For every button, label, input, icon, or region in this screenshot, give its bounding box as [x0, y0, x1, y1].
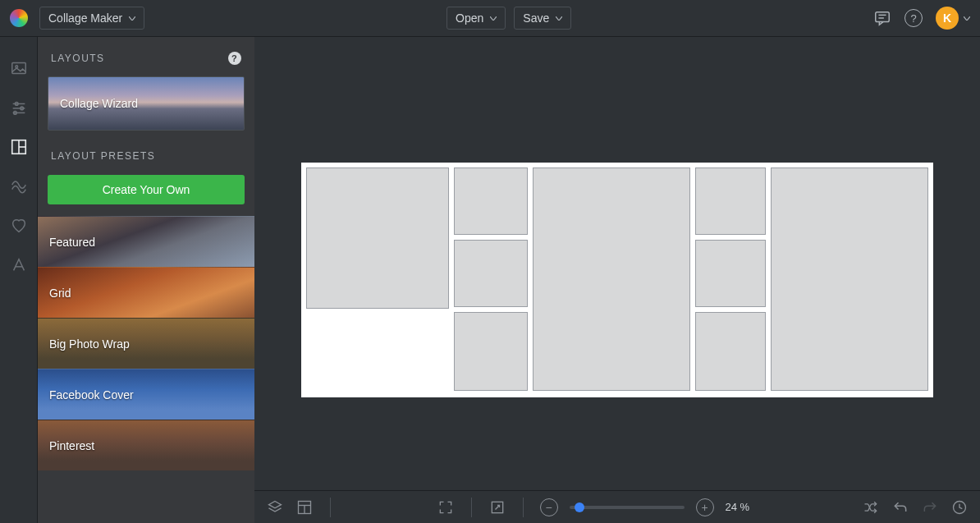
separator [523, 498, 524, 517]
preset-label: Big Photo Wrap [49, 337, 130, 351]
topbar-center: Open Save [446, 7, 571, 30]
tool-layouts[interactable] [9, 137, 29, 157]
preset-wrap[interactable]: Big Photo Wrap [38, 318, 254, 369]
comments-icon[interactable] [873, 9, 891, 27]
toolstrip [0, 37, 38, 523]
chevron-down-icon [129, 16, 135, 21]
collage-cell[interactable] [695, 312, 766, 391]
avatar-letter: K [943, 11, 951, 25]
grid-settings-icon[interactable] [295, 498, 314, 516]
layers-icon[interactable] [266, 498, 284, 516]
tool-adjust[interactable] [9, 98, 29, 117]
account-menu[interactable]: K [936, 7, 970, 30]
collage-canvas[interactable] [301, 163, 933, 397]
collage-cell[interactable] [771, 167, 928, 391]
layouts-title: LAYOUTS [51, 53, 105, 64]
preset-featured[interactable]: Featured [38, 216, 254, 267]
tool-favorites[interactable] [9, 216, 29, 236]
bottombar: − + 24 % [254, 490, 980, 523]
layouts-panel: LAYOUTS ? Collage Wizard LAYOUT PRESETS … [38, 37, 254, 523]
preset-label: Grid [49, 287, 71, 300]
chevron-down-icon [490, 16, 497, 21]
save-dropdown[interactable]: Save [514, 7, 571, 30]
topbar: Collage Maker Open Save [0, 0, 980, 37]
avatar: K [936, 7, 959, 30]
redo-icon[interactable] [921, 498, 939, 516]
tool-image[interactable] [9, 58, 29, 78]
canvas-area[interactable] [254, 37, 980, 523]
shuffle-icon[interactable] [862, 498, 880, 516]
zoom-percent: 24 % [726, 501, 762, 513]
create-label: Create Your Own [103, 183, 190, 196]
preset-pin[interactable]: Pinterest [38, 420, 254, 470]
collage-wizard-card[interactable]: Collage Wizard [48, 76, 245, 131]
save-label: Save [523, 11, 549, 25]
svg-rect-0 [876, 12, 890, 22]
collage-cell[interactable] [454, 167, 528, 235]
create-own-button[interactable]: Create Your Own [48, 175, 245, 204]
preset-label: Featured [49, 236, 95, 249]
preset-label: Facebook Cover [49, 388, 134, 401]
separator [330, 498, 331, 517]
zoom-out-button[interactable]: − [540, 498, 558, 516]
chevron-down-icon [556, 16, 562, 21]
topbar-right: ? K [873, 7, 970, 30]
wizard-label: Collage Wizard [60, 97, 138, 110]
collage-cell[interactable] [695, 167, 766, 235]
zoom-knob[interactable] [575, 502, 584, 512]
presets-title: LAYOUT PRESETS [38, 142, 254, 170]
collage-cell[interactable] [695, 240, 766, 307]
help-icon[interactable]: ? [904, 9, 923, 27]
open-label: Open [456, 11, 483, 25]
fit-screen-icon[interactable] [437, 498, 455, 516]
open-dropdown[interactable]: Open [446, 7, 506, 30]
zoom-in-button[interactable]: + [696, 498, 714, 516]
collage-cell[interactable] [533, 167, 690, 391]
separator [471, 498, 472, 517]
tool-text[interactable] [9, 255, 29, 275]
mode-label: Collage Maker [48, 11, 122, 25]
tool-patterns[interactable] [9, 177, 29, 196]
preset-label: Pinterest [49, 439, 94, 452]
undo-icon[interactable] [891, 498, 909, 516]
panel-help-icon[interactable]: ? [228, 52, 241, 65]
panel-header: LAYOUTS ? [38, 37, 254, 73]
preset-grid[interactable]: Grid [38, 267, 254, 318]
history-icon[interactable] [950, 498, 969, 516]
collage-cell[interactable] [454, 240, 528, 307]
svg-rect-3 [11, 63, 25, 74]
expand-icon[interactable] [488, 498, 506, 516]
zoom-slider[interactable] [570, 506, 685, 509]
chevron-down-icon [964, 16, 970, 21]
app-logo[interactable] [10, 9, 28, 27]
preset-fb[interactable]: Facebook Cover [38, 369, 254, 420]
mode-dropdown[interactable]: Collage Maker [39, 7, 144, 30]
collage-cell[interactable] [306, 167, 449, 309]
collage-cell[interactable] [454, 312, 528, 391]
